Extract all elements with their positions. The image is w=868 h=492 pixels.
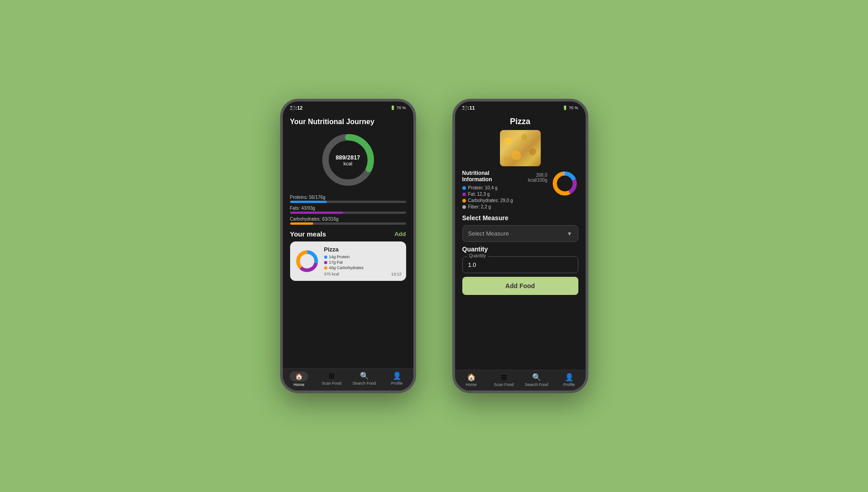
kcal-per-100: 268,0 kcal/100g — [517, 173, 547, 183]
select-measure-dropdown[interactable]: Select Measure ▼ — [462, 225, 578, 242]
carb-dot — [324, 266, 327, 270]
mini-donut-wrap — [551, 170, 578, 197]
protein-dot-2 — [462, 186, 466, 190]
nutritional-header: Nutritional Information 268,0 kcal/100g — [462, 170, 548, 185]
nav-profile-1[interactable]: 👤 Profile — [381, 371, 413, 387]
status-icons-1: 🔋 70 % — [390, 106, 406, 110]
nav-label-profile-1: Profile — [391, 381, 403, 386]
meals-title: Your meals — [290, 230, 326, 238]
protein-bar-fill — [290, 201, 327, 203]
nav-label-home-1: Home — [293, 382, 304, 387]
meal-fat: 17g Fat — [324, 260, 402, 265]
protein-dot — [324, 256, 327, 259]
nutrient-protein: Protein: 10,4 g — [462, 185, 548, 190]
phone-2: 13:11 🔋 70 % Pizza Nutritional Informati… — [452, 99, 588, 393]
food-name: Pizza — [462, 117, 578, 126]
nav-search-1[interactable]: 🔍 Search Food — [348, 371, 381, 387]
nav-icon-search-1: 🔍 — [360, 371, 369, 380]
nav-profile-2[interactable]: 👤 Profile — [553, 373, 586, 387]
chevron-down-icon: ▼ — [567, 231, 572, 237]
meal-donut-wrap — [295, 249, 320, 274]
carb-bar-fill — [290, 222, 313, 225]
calorie-center: 889/2817 kcal — [335, 154, 360, 166]
nav-scan-2[interactable]: ⊞ Scan Food — [488, 373, 520, 387]
meal-card-pizza[interactable]: Pizza 14g Protein 17g Fat 40g Carbohy — [290, 241, 406, 281]
nav-home-2[interactable]: 🏠 Home — [455, 373, 488, 387]
calorie-value: 889/2817 — [335, 154, 360, 161]
nav-icon-home-2: 🏠 — [467, 373, 476, 381]
nav-icon-scan-2: ⊞ — [501, 373, 507, 381]
battery-pct-2: 70 % — [569, 106, 578, 110]
fat-row: Fats: 43/93g — [290, 206, 406, 214]
quantity-field-label: Quantity — [467, 253, 488, 258]
meal-footer: 375 kcal 13:12 — [324, 272, 402, 276]
meal-macros: 14g Protein 17g Fat 40g Carbohydrates — [324, 255, 402, 270]
status-icons-2: 🔋 70 % — [563, 106, 578, 110]
protein-row: Proteins: 56/176g — [290, 195, 406, 203]
protein-val: 14g Protein — [329, 255, 350, 259]
fat-val: 17g Fat — [329, 260, 343, 265]
phone-1: 13:12 🔋 70 % Your Nutritional Journey — [280, 99, 416, 393]
carb-label: Carbohydrates: 63/316g — [290, 217, 406, 222]
fat-bar-fill — [290, 212, 344, 214]
fat-bar-bg — [290, 212, 406, 214]
nav-scan-1[interactable]: ⊞ Scan Food — [315, 371, 348, 387]
select-measure-label: Select Measure — [462, 214, 578, 222]
carb-bar-bg — [290, 222, 406, 225]
meal-carb: 40g Carbohydrates — [324, 265, 402, 270]
calorie-unit: kcal — [335, 161, 360, 166]
protein-label-2: Protein: 10,4 g — [468, 185, 498, 190]
nav-label-scan-2: Scan Food — [494, 382, 514, 387]
nutritional-left: Nutritional Information 268,0 kcal/100g … — [462, 170, 548, 211]
nutritional-section: Nutritional Information 268,0 kcal/100g … — [462, 170, 578, 211]
meal-time: 13:12 — [391, 272, 402, 276]
fat-label: Fats: 43/93g — [290, 206, 406, 211]
food-content: Pizza Nutritional Information 268,0 kcal… — [455, 112, 586, 370]
macro-bars: Proteins: 56/176g Fats: 43/93g Carbohydr… — [290, 195, 406, 225]
nutrient-fat: Fat: 12,3 g — [462, 192, 548, 197]
nav-icon-profile-1: 👤 — [393, 371, 402, 380]
nav-search-2[interactable]: 🔍 Search Food — [520, 373, 553, 387]
food-image — [500, 130, 541, 166]
protein-bar-bg — [290, 201, 406, 203]
meal-name: Pizza — [324, 246, 402, 253]
nutrient-fiber: Fiber: 2,2 g — [462, 204, 548, 209]
home-content: Your Nutritional Journey 889/2817 kcal — [283, 112, 413, 368]
nav-icon-search-2: 🔍 — [532, 373, 541, 381]
carb-label-2: Carbohydrates: 29,0 g — [468, 198, 513, 203]
camera-dot-2 — [463, 106, 468, 111]
fiber-dot — [462, 205, 466, 209]
add-food-button[interactable]: Add Food — [462, 277, 578, 295]
camera-dot — [291, 106, 296, 111]
calorie-donut-wrapper: 889/2817 kcal — [319, 130, 378, 189]
meals-header: Your meals Add — [290, 230, 406, 238]
mini-donut-svg — [551, 170, 578, 197]
fat-dot-2 — [462, 193, 466, 196]
quantity-field-wrap: Quantity 1.0 — [462, 256, 578, 273]
quantity-value[interactable]: 1.0 — [468, 261, 572, 268]
meal-donut-svg — [295, 249, 320, 274]
calorie-donut-container: 889/2817 kcal — [290, 130, 406, 189]
status-bar-1: 13:12 🔋 70 % — [283, 101, 413, 112]
bottom-nav-1: 🏠 Home ⊞ Scan Food 🔍 Search Food 👤 Profi… — [283, 368, 413, 391]
food-image-wrapper — [462, 130, 578, 166]
nutritional-title: Nutritional Information — [462, 170, 518, 183]
nav-label-scan-1: Scan Food — [322, 381, 342, 386]
carb-val: 40g Carbohydrates — [329, 265, 364, 270]
nav-label-search-1: Search Food — [353, 381, 376, 386]
nav-label-home-2: Home — [466, 382, 476, 387]
meal-info: Pizza 14g Protein 17g Fat 40g Carbohy — [324, 246, 402, 276]
quantity-label: Quantity — [462, 246, 578, 253]
meal-kcal: 375 kcal — [324, 272, 339, 276]
nav-home-1[interactable]: 🏠 Home — [283, 371, 315, 387]
battery-icon-2: 🔋 — [563, 106, 567, 110]
nav-icon-profile-2: 👤 — [565, 373, 574, 381]
carb-row: Carbohydrates: 63/316g — [290, 217, 406, 225]
fiber-label: Fiber: 2,2 g — [468, 204, 491, 209]
carb-dot-2 — [462, 199, 466, 203]
fat-dot — [324, 261, 327, 264]
add-meal-button[interactable]: Add — [394, 231, 406, 237]
select-measure-placeholder: Select Measure — [468, 230, 509, 237]
nav-label-profile-2: Profile — [563, 382, 575, 387]
screen-1: Your Nutritional Journey 889/2817 kcal — [283, 112, 413, 391]
